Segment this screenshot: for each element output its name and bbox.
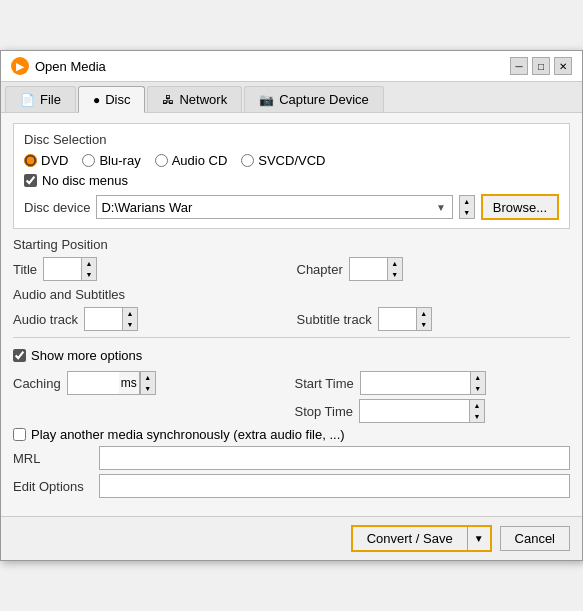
caching-input[interactable]: 300 <box>67 371 119 395</box>
caching-unit: ms <box>119 371 140 395</box>
stop-time-spin-up[interactable]: ▲ <box>470 400 484 411</box>
device-spinbox-btns[interactable]: ▲ ▼ <box>459 195 475 219</box>
audio-spinbox-btns[interactable]: ▲ ▼ <box>122 307 138 331</box>
edit-options-label: Edit Options <box>13 479 93 494</box>
title-spinbox: 0 ▲ ▼ <box>43 257 97 281</box>
start-time-input[interactable]: 00H:00m:0s.000 <box>360 371 470 395</box>
caching-spinbox: 300 ms ▲ ▼ <box>67 371 156 395</box>
audio-track-label: Audio track <box>13 312 78 327</box>
audio-subtitles-section: Audio and Subtitles Audio track -1 ▲ ▼ S… <box>13 287 570 331</box>
browse-button[interactable]: Browse... <box>481 194 559 220</box>
title-controls: ─ □ ✕ <box>510 57 572 75</box>
device-spin-down[interactable]: ▼ <box>460 207 474 218</box>
tab-disc[interactable]: ● Disc <box>78 86 146 113</box>
starting-position-label: Starting Position <box>13 237 570 252</box>
svcdvcd-radio-label[interactable]: SVCD/VCD <box>241 153 325 168</box>
chapter-spinbox: 0 ▲ ▼ <box>349 257 403 281</box>
disc-tab-icon: ● <box>93 93 100 107</box>
sync-label: Play another media synchronously (extra … <box>31 427 345 442</box>
subtitle-spinbox: -1 ▲ ▼ <box>378 307 432 331</box>
subtitle-spin-down[interactable]: ▼ <box>417 319 431 330</box>
convert-save-button[interactable]: Convert / Save <box>353 527 468 550</box>
starting-position-section: Starting Position Title 0 ▲ ▼ Chapter <box>13 237 570 281</box>
bluray-radio[interactable] <box>82 154 95 167</box>
device-row: Disc device D:\Warians War ▼ ▲ ▼ Browse.… <box>24 194 559 220</box>
chapter-spinbox-btns[interactable]: ▲ ▼ <box>387 257 403 281</box>
audiocd-radio-label[interactable]: Audio CD <box>155 153 228 168</box>
show-more-label: Show more options <box>31 348 142 363</box>
title-bar: ▶ Open Media ─ □ ✕ <box>1 51 582 82</box>
close-button[interactable]: ✕ <box>554 57 572 75</box>
tab-capture-label: Capture Device <box>279 92 369 107</box>
chapter-spin-up[interactable]: ▲ <box>388 258 402 269</box>
capture-tab-icon: 📷 <box>259 93 274 107</box>
expanded-options-section: Caching 300 ms ▲ ▼ Start Time 00H:00m:0s <box>13 367 570 506</box>
start-time-spin-down[interactable]: ▼ <box>471 383 485 394</box>
start-time-spin-up[interactable]: ▲ <box>471 372 485 383</box>
device-combo[interactable]: D:\Warians War ▼ <box>96 195 452 219</box>
disc-selection-group: Disc Selection DVD Blu-ray Audio CD SV <box>13 123 570 229</box>
title-spin-down[interactable]: ▼ <box>82 269 96 280</box>
stop-time-spinbox-btns[interactable]: ▲ ▼ <box>469 399 485 423</box>
tab-network[interactable]: 🖧 Network <box>147 86 242 112</box>
start-time-spinbox-btns[interactable]: ▲ ▼ <box>470 371 486 395</box>
tab-bar: 📄 File ● Disc 🖧 Network 📷 Capture Device <box>1 82 582 113</box>
no-disc-menus-row: No disc menus <box>24 173 559 188</box>
tab-capture[interactable]: 📷 Capture Device <box>244 86 384 112</box>
mrl-input[interactable]: dvdsimple:///D:/Warians%20War <box>99 446 570 470</box>
caching-spin-up[interactable]: ▲ <box>141 372 155 383</box>
disc-selection-title: Disc Selection <box>24 132 559 147</box>
edit-options-input[interactable]: :disc-caching=300 <box>99 474 570 498</box>
subtitle-spin-up[interactable]: ▲ <box>417 308 431 319</box>
maximize-button[interactable]: □ <box>532 57 550 75</box>
caching-row: Caching 300 ms ▲ ▼ <box>13 371 289 395</box>
start-time-row: Start Time 00H:00m:0s.000 ▲ ▼ <box>295 371 571 395</box>
chapter-spin-down[interactable]: ▼ <box>388 269 402 280</box>
caching-label: Caching <box>13 376 61 391</box>
subtitle-track-input[interactable]: -1 <box>378 307 416 331</box>
subtitle-track-label: Subtitle track <box>297 312 372 327</box>
minimize-button[interactable]: ─ <box>510 57 528 75</box>
show-more-checkbox[interactable] <box>13 349 26 362</box>
chapter-input[interactable]: 0 <box>349 257 387 281</box>
bluray-radio-label[interactable]: Blu-ray <box>82 153 140 168</box>
device-spin-up[interactable]: ▲ <box>460 196 474 207</box>
audio-spin-up[interactable]: ▲ <box>123 308 137 319</box>
tab-file-label: File <box>40 92 61 107</box>
edit-options-row: Edit Options :disc-caching=300 <box>13 474 570 498</box>
cancel-button[interactable]: Cancel <box>500 526 570 551</box>
title-field-row: Title 0 ▲ ▼ <box>13 257 287 281</box>
footer: Convert / Save ▼ Cancel <box>1 516 582 560</box>
subtitle-spinbox-btns[interactable]: ▲ ▼ <box>416 307 432 331</box>
device-label: Disc device <box>24 200 90 215</box>
audio-track-input[interactable]: -1 <box>84 307 122 331</box>
audiocd-label: Audio CD <box>172 153 228 168</box>
stop-time-input[interactable]: 00H:00m:0s.000 <box>359 399 469 423</box>
dvd-radio-label[interactable]: DVD <box>24 153 68 168</box>
sync-row: Play another media synchronously (extra … <box>13 427 570 442</box>
title-input[interactable]: 0 <box>43 257 81 281</box>
audio-track-row: Audio track -1 ▲ ▼ <box>13 307 287 331</box>
mrl-label: MRL <box>13 451 93 466</box>
convert-save-dropdown-button[interactable]: ▼ <box>468 527 490 550</box>
stop-time-spin-down[interactable]: ▼ <box>470 411 484 422</box>
combo-arrow-icon: ▼ <box>434 202 448 213</box>
title-spin-up[interactable]: ▲ <box>82 258 96 269</box>
audiocd-radio[interactable] <box>155 154 168 167</box>
caching-spin-down[interactable]: ▼ <box>141 383 155 394</box>
sync-checkbox[interactable] <box>13 428 26 441</box>
audio-spin-down[interactable]: ▼ <box>123 319 137 330</box>
start-time-label: Start Time <box>295 376 354 391</box>
tab-content: Disc Selection DVD Blu-ray Audio CD SV <box>1 113 582 516</box>
dvd-radio[interactable] <box>24 154 37 167</box>
svcdvcd-radio[interactable] <box>241 154 254 167</box>
tab-file[interactable]: 📄 File <box>5 86 76 112</box>
tab-disc-label: Disc <box>105 92 130 107</box>
caching-spinbox-btns[interactable]: ▲ ▼ <box>140 371 156 395</box>
no-disc-menus-checkbox[interactable] <box>24 174 37 187</box>
bluray-label: Blu-ray <box>99 153 140 168</box>
stop-time-row: Stop Time 00H:00m:0s.000 ▲ ▼ <box>295 399 571 423</box>
dvd-label: DVD <box>41 153 68 168</box>
title-spinbox-btns[interactable]: ▲ ▼ <box>81 257 97 281</box>
network-tab-icon: 🖧 <box>162 93 174 107</box>
